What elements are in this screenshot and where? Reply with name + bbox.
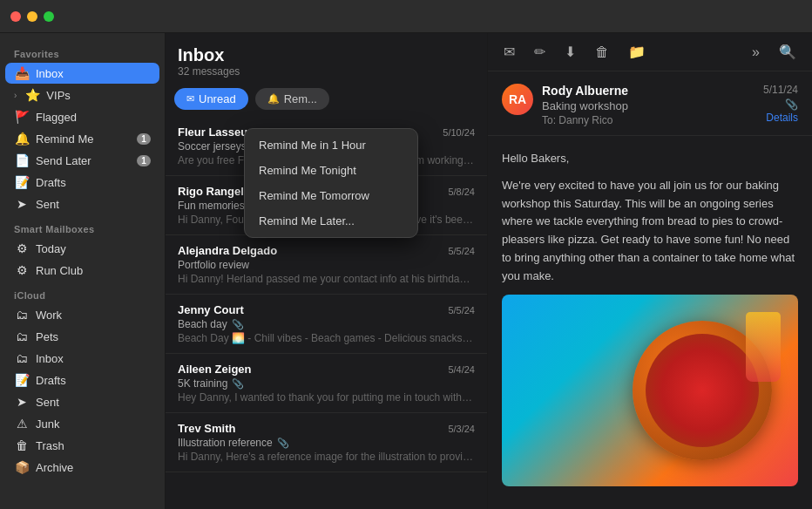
remind-filter-label: Rem... [284, 92, 317, 105]
sidebar-item-send-later[interactable]: 📄 Send Later 1 [5, 150, 159, 171]
message-item[interactable]: Aileen Zeigen 5/4/24 5K training 📎 Hey D… [166, 354, 487, 413]
envelope-icon: ✉ [186, 93, 194, 105]
sidebar-item-icloud-drafts[interactable]: 📝 Drafts [5, 370, 159, 390]
main-layout: Favorites 📥 Inbox › ⭐ VIPs 🚩 Flagged 🔔 R… [0, 33, 812, 509]
sidebar-item-archive[interactable]: 📦 Archive [5, 457, 159, 478]
traffic-lights [10, 11, 54, 22]
remind-badge: 1 [137, 133, 151, 145]
reading-body-content: We're very excited to have you all join … [502, 177, 798, 286]
message-preview: Hi Danny! Herland passed me your contact… [178, 273, 475, 285]
sidebar-item-today[interactable]: ⚙ Today [5, 238, 159, 259]
drafts-icon: 📝 [14, 175, 30, 189]
drink-visual [746, 312, 781, 382]
title-bar [0, 0, 812, 33]
reading-toolbar: ✉ ✏ ⬇ 🗑 📁 » 🔍 [488, 33, 812, 71]
message-date: 5/10/24 [443, 127, 475, 138]
vips-icon: ⭐ [24, 88, 40, 102]
move-toolbar-icon[interactable]: 📁 [625, 40, 649, 64]
icloud-label: iCloud [0, 282, 165, 304]
sidebar-item-pets[interactable]: 🗂 Pets [5, 326, 159, 347]
sidebar: Favorites 📥 Inbox › ⭐ VIPs 🚩 Flagged 🔔 R… [0, 33, 166, 509]
archive-toolbar-icon[interactable]: ⬇ [561, 40, 579, 64]
message-item-top: Jenny Court 5/5/24 [178, 303, 475, 316]
message-subject: Portfolio review [178, 259, 475, 271]
sidebar-item-icloud-drafts-label: Drafts [36, 374, 151, 387]
icloud-drafts-icon: 📝 [14, 373, 30, 387]
message-preview: Beach Day 🌅 - Chill vibes - Beach games … [178, 332, 475, 344]
remind-filter-icon: 🔔 [267, 93, 280, 105]
sidebar-item-inbox[interactable]: 📥 Inbox [5, 63, 159, 84]
message-sender: Jenny Court [178, 303, 244, 316]
sidebar-item-trash[interactable]: 🗑 Trash [5, 435, 159, 456]
sidebar-item-junk-label: Junk [36, 417, 151, 431]
sidebar-item-sent-label: Sent [36, 198, 151, 211]
more-toolbar-icon[interactable]: » [748, 41, 763, 64]
search-toolbar-icon[interactable]: 🔍 [775, 40, 800, 64]
delete-toolbar-icon[interactable]: 🗑 [592, 41, 612, 64]
message-sender: Aileen Zeigen [178, 363, 252, 376]
attachment-icon: 📎 [232, 319, 244, 330]
reading-details-button[interactable]: Details [763, 112, 798, 124]
reading-meta: Rody Albuerne Baking workshop To: Danny … [542, 84, 754, 126]
sidebar-item-trash-label: Trash [36, 439, 151, 452]
context-menu: Remind Me in 1 Hour Remind Me Tonight Re… [244, 128, 418, 238]
flagged-icon: 🚩 [14, 110, 30, 124]
reading-date: 5/11/24 [763, 84, 798, 96]
mail-toolbar-icon[interactable]: ✉ [500, 40, 518, 64]
sidebar-item-vips[interactable]: › ⭐ VIPs [5, 85, 159, 105]
message-item-top: Aileen Zeigen 5/4/24 [178, 363, 475, 376]
reading-body-greeting: Hello Bakers, [502, 150, 798, 168]
remind-tonight-option[interactable]: Remind Me Tonight [245, 158, 417, 183]
close-button[interactable] [10, 11, 21, 22]
sidebar-item-archive-label: Archive [36, 461, 151, 474]
message-subject: Beach day 📎 [178, 318, 475, 330]
sent-icon: ➤ [14, 197, 30, 211]
sidebar-item-junk[interactable]: ⚠ Junk [5, 413, 159, 434]
remind-later-option[interactable]: Remind Me Later... [245, 208, 417, 234]
sidebar-item-icloud-sent[interactable]: ➤ Sent [5, 391, 159, 412]
sidebar-item-work[interactable]: 🗂 Work [5, 304, 159, 325]
work-icon: 🗂 [14, 308, 30, 322]
sidebar-item-work-label: Work [36, 309, 151, 322]
sidebar-item-run-club[interactable]: ⚙ Run Club [5, 260, 159, 281]
trash-icon: 🗑 [14, 438, 30, 452]
sidebar-item-flagged[interactable]: 🚩 Flagged [5, 106, 159, 127]
inbox-icon: 📥 [14, 66, 30, 80]
compose-toolbar-icon[interactable]: ✏ [531, 40, 549, 64]
reading-header-top: RA Rody Albuerne Baking workshop To: Dan… [502, 84, 798, 126]
sidebar-item-icloud-inbox[interactable]: 🗂 Inbox [5, 348, 159, 369]
sidebar-item-remind-me[interactable]: 🔔 Remind Me 1 [5, 128, 159, 149]
attachment-icon: 📎 [277, 438, 289, 449]
message-item-top: Alejandra Delgado 5/5/24 [178, 244, 475, 257]
message-list-title: Inbox [178, 45, 475, 65]
reading-pane: ✉ ✏ ⬇ 🗑 📁 » 🔍 RA Rody Albuerne Baking wo… [488, 33, 812, 509]
avatar: RA [502, 84, 533, 115]
pets-icon: 🗂 [14, 329, 30, 343]
reading-to: To: Danny Rico [542, 114, 754, 126]
icloud-sent-icon: ➤ [14, 395, 30, 409]
send-later-icon: 📄 [14, 153, 30, 167]
message-item[interactable]: Trev Smith 5/3/24 Illustration reference… [166, 413, 487, 472]
remind-filter-button[interactable]: 🔔 Rem... [255, 88, 329, 110]
message-item[interactable]: Jenny Court 5/5/24 Beach day 📎 Beach Day… [166, 295, 487, 354]
sidebar-item-drafts-label: Drafts [36, 176, 151, 189]
remind-1h-option[interactable]: Remind Me in 1 Hour [245, 132, 417, 158]
sidebar-item-pets-label: Pets [36, 330, 151, 343]
run-club-icon: ⚙ [14, 263, 30, 277]
message-date: 5/4/24 [448, 364, 475, 375]
message-sender: Alejandra Delgado [178, 244, 277, 257]
remind-tomorrow-option[interactable]: Remind Me Tomorrow [245, 183, 417, 208]
send-later-badge: 1 [137, 155, 151, 166]
message-date: 5/5/24 [448, 305, 475, 316]
smart-mailboxes-label: Smart Mailboxes [0, 215, 165, 238]
message-list-count: 32 messages [178, 65, 475, 78]
sidebar-item-sent[interactable]: ➤ Sent [5, 193, 159, 214]
maximize-button[interactable] [44, 11, 54, 22]
attachment-icon: 📎 [232, 378, 244, 390]
today-icon: ⚙ [14, 241, 30, 255]
unread-filter-button[interactable]: ✉ Unread [174, 88, 248, 110]
sidebar-item-drafts[interactable]: 📝 Drafts [5, 172, 159, 193]
reading-body: Hello Bakers, We're very excited to have… [488, 136, 812, 509]
message-item[interactable]: Alejandra Delgado 5/5/24 Portfolio revie… [166, 235, 487, 295]
minimize-button[interactable] [27, 11, 37, 22]
